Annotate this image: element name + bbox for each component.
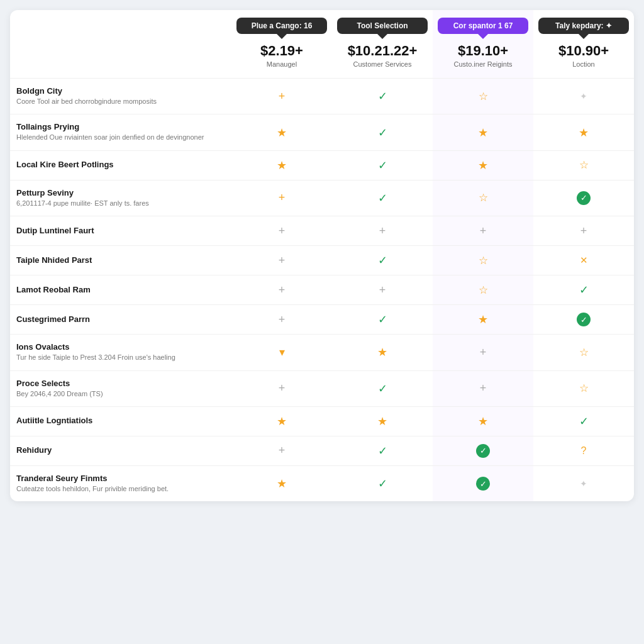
- value-cell-6-3: ✓: [533, 275, 634, 304]
- value-icon-plus-gray: +: [577, 224, 591, 238]
- value-cell-6-2: ☆: [433, 275, 533, 304]
- feature-desc-8: Tur he side Taiple to Prest 3.204 Froin …: [16, 353, 225, 362]
- value-icon-star-outline: ☆: [476, 283, 490, 297]
- value-cell-4-0: +: [231, 216, 332, 245]
- value-cell-12-2: ✓: [433, 465, 533, 501]
- feature-label-12: Tranderal Seury FinmtsCuteatze tools heh…: [10, 465, 231, 501]
- value-icon-star: ★: [275, 414, 289, 428]
- feature-name-2: Local Kire Beert Potlings: [16, 160, 225, 169]
- value-cell-6-1: +: [332, 275, 433, 304]
- feature-label-9: Proce SelectsBey 2046,4 200 Dream (TS): [10, 370, 231, 406]
- plan-badge-plan1[interactable]: Plue a Cango: 16: [236, 18, 327, 34]
- feature-label-11: Rehidury: [10, 436, 231, 465]
- value-icon-plus-gray: +: [275, 253, 289, 267]
- feature-label-0: Boldgn CityCoore Tool air bed chorrobgin…: [10, 78, 231, 114]
- value-icon-asterisk: ✦: [577, 477, 591, 491]
- feature-name-12: Tranderal Seury Finmts: [16, 474, 225, 483]
- value-cell-10-3: ✓: [533, 406, 634, 436]
- value-cell-5-1: ✓: [332, 245, 433, 275]
- value-icon-plus-gray: +: [476, 382, 490, 396]
- feature-desc-1: Hlelended Oue nviainten soar join denfie…: [16, 133, 225, 142]
- value-icon-star: ★: [275, 126, 289, 140]
- value-cell-8-3: ☆: [533, 334, 634, 370]
- value-icon-check-green: ✓: [577, 283, 591, 297]
- value-cell-0-1: ✓: [332, 78, 433, 114]
- feature-name-3: Petturp Seviny: [16, 188, 225, 197]
- value-cell-7-2: ★: [433, 304, 533, 334]
- value-cell-1-2: ★: [433, 114, 533, 150]
- value-icon-plus-gray: +: [275, 382, 289, 396]
- value-icon-x-orange: ✕: [577, 253, 591, 267]
- value-cell-7-3: ✓: [533, 304, 634, 334]
- plan-badge-plan4[interactable]: Taly kepdary: ✦: [538, 18, 629, 34]
- value-cell-2-0: ★: [231, 150, 332, 180]
- plan-subtitle-plan1: Manaugel: [267, 60, 297, 68]
- value-icon-star-outline: ☆: [476, 191, 490, 205]
- value-cell-1-0: ★: [231, 114, 332, 150]
- value-cell-8-0: ▾: [231, 334, 332, 370]
- feature-name-0: Boldgn City: [16, 86, 225, 96]
- value-icon-plus-gray: +: [476, 345, 490, 359]
- plan-price-plan1: $2.19+: [260, 43, 303, 59]
- value-icon-check-green: ✓: [375, 158, 389, 172]
- value-cell-10-2: ★: [433, 406, 533, 436]
- value-cell-3-1: ✓: [332, 180, 433, 216]
- value-cell-12-1: ✓: [332, 465, 433, 501]
- value-icon-star: ★: [476, 414, 490, 428]
- value-icon-star: ★: [476, 313, 490, 326]
- feature-label-5: Taiple Nhided Parst: [10, 245, 231, 275]
- value-icon-plus-gray: +: [275, 313, 289, 326]
- plan-badge-plan2[interactable]: Tool Selection: [337, 18, 428, 34]
- value-cell-0-3: ✦: [533, 78, 634, 114]
- value-icon-asterisk: ✦: [577, 89, 591, 103]
- value-cell-9-2: +: [433, 370, 533, 406]
- value-cell-12-3: ✦: [533, 465, 634, 501]
- value-icon-plus-gray: +: [375, 283, 389, 297]
- value-cell-0-0: +: [231, 78, 332, 114]
- plan-price-plan2: $10.21.22+: [348, 43, 418, 59]
- feature-name-7: Custegrimed Parrn: [16, 314, 225, 324]
- comparison-table: Plue a Cango: 16$2.19+ManaugelTool Selec…: [10, 10, 634, 501]
- value-cell-3-0: +: [231, 180, 332, 216]
- value-icon-star-outline: ☆: [577, 382, 591, 396]
- value-cell-9-1: ✓: [332, 370, 433, 406]
- feature-desc-9: Bey 2046,4 200 Dream (TS): [16, 389, 225, 399]
- value-icon-plus-gray: +: [375, 224, 389, 238]
- value-cell-5-0: +: [231, 245, 332, 275]
- value-cell-9-0: +: [231, 370, 332, 406]
- plan-badge-plan3[interactable]: Cor spantor 1 67: [438, 18, 528, 34]
- value-cell-7-1: ✓: [332, 304, 433, 334]
- value-cell-10-0: ★: [231, 406, 332, 436]
- value-cell-1-1: ✓: [332, 114, 433, 150]
- value-icon-plus: +: [275, 191, 289, 205]
- value-icon-plus-gray: +: [476, 224, 490, 238]
- value-cell-3-3: ✓: [533, 180, 634, 216]
- value-icon-check-green: ✓: [375, 382, 389, 396]
- value-cell-11-2: ✓: [433, 436, 533, 465]
- value-icon-star: ★: [577, 126, 591, 140]
- value-icon-star-outline: ☆: [476, 89, 490, 103]
- feature-name-5: Taiple Nhided Parst: [16, 255, 225, 265]
- value-cell-11-1: ✓: [332, 436, 433, 465]
- value-icon-star: ★: [275, 158, 289, 172]
- value-cell-5-2: ☆: [433, 245, 533, 275]
- value-icon-star: ★: [375, 414, 389, 428]
- plan-subtitle-plan4: Loction: [572, 60, 594, 68]
- feature-desc-12: Cuteatze tools hehildon, Fur privible me…: [16, 484, 225, 494]
- value-icon-question: ?: [577, 444, 591, 458]
- feature-desc-3: 6,201117-4 pupe muilite· EST anly ts. fa…: [16, 199, 225, 208]
- value-icon-star: ★: [375, 345, 389, 359]
- value-cell-6-0: +: [231, 275, 332, 304]
- value-cell-7-0: +: [231, 304, 332, 334]
- plan-price-plan3: $19.10+: [458, 43, 508, 59]
- value-icon-plus-gray: +: [275, 224, 289, 238]
- value-icon-check-green: ✓: [577, 414, 591, 428]
- header-plan-plan1: Plue a Cango: 16$2.19+Manaugel: [231, 10, 332, 78]
- value-cell-4-2: +: [433, 216, 533, 245]
- feature-label-6: Lamot Reobal Ram: [10, 275, 231, 304]
- plan-subtitle-plan2: Customer Services: [353, 60, 412, 68]
- feature-name-6: Lamot Reobal Ram: [16, 285, 225, 294]
- value-cell-11-0: +: [231, 436, 332, 465]
- feature-label-3: Petturp Seviny6,201117-4 pupe muilite· E…: [10, 180, 231, 216]
- value-cell-8-1: ★: [332, 334, 433, 370]
